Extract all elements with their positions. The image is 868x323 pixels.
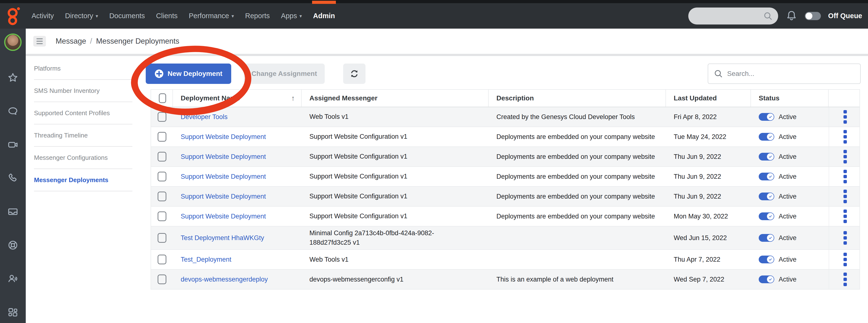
row-checkbox[interactable] xyxy=(158,255,166,264)
user-avatar[interactable] xyxy=(4,33,22,51)
sidebar-item-messenger-configurations[interactable]: Messenger Configurations xyxy=(34,147,132,169)
row-menu-kebab-icon[interactable] xyxy=(843,210,847,223)
status-toggle[interactable] xyxy=(759,192,774,200)
deployment-name-link[interactable]: Support Website Deployment xyxy=(181,193,266,200)
row-checkbox[interactable] xyxy=(158,191,166,201)
row-menu-kebab-icon[interactable] xyxy=(843,130,847,144)
status-toggle[interactable] xyxy=(759,234,774,242)
deployment-name-link[interactable]: Test Deployment HhaWKGty xyxy=(181,234,264,242)
top-navigation-bar: Activity Directory▾ Documents Clients Pe… xyxy=(0,0,868,29)
table-row: Support Website Deployment Support Websi… xyxy=(151,147,860,167)
toggle-knob-check-icon xyxy=(767,133,774,140)
row-menu-kebab-icon[interactable] xyxy=(843,110,847,124)
row-checkbox[interactable] xyxy=(158,233,166,243)
table-row: Test Deployment HhaWKGty Minimal Config … xyxy=(151,226,860,250)
video-camera-icon[interactable] xyxy=(7,139,19,150)
notifications-bell-icon[interactable] xyxy=(785,9,798,23)
description-value: Deployments are embedded on your company… xyxy=(489,187,666,206)
row-checkbox[interactable] xyxy=(158,132,166,142)
deployment-name-link[interactable]: Test_Deployment xyxy=(181,256,231,263)
column-header-last-updated[interactable]: Last Updated xyxy=(666,90,751,107)
row-checkbox[interactable] xyxy=(158,211,166,221)
last-updated-value: Thu Jun 9, 2022 xyxy=(666,147,751,166)
description-value: Created by the Genesys Cloud Developer T… xyxy=(489,107,666,127)
deployments-search-input[interactable] xyxy=(708,64,861,84)
last-updated-value: Fri Apr 8, 2022 xyxy=(666,107,751,127)
status-badge: Active xyxy=(779,173,797,180)
left-icon-rail xyxy=(0,29,26,323)
assigned-messenger-value: Support Website Configuration v1 xyxy=(302,127,489,146)
genesys-logo-icon[interactable] xyxy=(7,7,21,25)
deployment-name-link[interactable]: Support Website Deployment xyxy=(181,213,266,220)
status-badge: Active xyxy=(779,153,797,160)
toggle-knob-check-icon xyxy=(767,256,774,263)
toggle-knob-check-icon xyxy=(767,153,774,160)
status-toggle[interactable] xyxy=(759,113,774,121)
status-toggle[interactable] xyxy=(759,256,774,263)
assigned-messenger-value: devops-webmessengerconfig v1 xyxy=(302,270,489,289)
column-header-assigned-messenger[interactable]: Assigned Messenger xyxy=(302,90,489,107)
sidebar-item-supported-content-profiles[interactable]: Supported Content Profiles xyxy=(34,102,132,124)
nav-item-apps[interactable]: Apps▾ xyxy=(281,12,302,20)
sidebar-item-threading-timeline[interactable]: Threading Timeline xyxy=(34,124,132,147)
toggle-knob-check-icon xyxy=(767,173,774,180)
nav-item-activity[interactable]: Activity xyxy=(32,12,54,20)
queue-status-toggle[interactable] xyxy=(805,12,821,20)
deployment-name-link[interactable]: Support Website Deployment xyxy=(181,173,266,180)
row-menu-kebab-icon[interactable] xyxy=(843,253,847,266)
chat-bubble-icon[interactable] xyxy=(7,106,19,117)
status-toggle[interactable] xyxy=(759,276,774,283)
row-menu-kebab-icon[interactable] xyxy=(843,231,847,245)
status-badge: Active xyxy=(779,193,797,200)
phone-icon[interactable] xyxy=(7,173,19,184)
refresh-button[interactable] xyxy=(343,64,366,84)
sidebar-item-platforms[interactable]: Platforms xyxy=(34,58,132,80)
status-toggle[interactable] xyxy=(759,133,774,141)
column-header-deployment-name[interactable]: Deployment Name ↑ xyxy=(173,90,302,107)
status-badge: Active xyxy=(779,133,797,141)
row-menu-kebab-icon[interactable] xyxy=(843,170,847,183)
favorites-star-icon[interactable] xyxy=(7,72,19,83)
new-deployment-button[interactable]: New Deployment xyxy=(146,64,231,84)
row-checkbox[interactable] xyxy=(158,172,166,181)
column-header-actions xyxy=(829,90,860,107)
status-toggle[interactable] xyxy=(759,153,774,160)
status-toggle[interactable] xyxy=(759,212,774,220)
nav-item-performance[interactable]: Performance▾ xyxy=(189,12,234,20)
inbox-tray-icon[interactable] xyxy=(7,206,19,217)
row-checkbox[interactable] xyxy=(158,275,166,284)
sidebar-item-sms-number-inventory[interactable]: SMS Number Inventory xyxy=(34,80,132,102)
nav-item-reports[interactable]: Reports xyxy=(245,12,270,20)
nav-item-documents[interactable]: Documents xyxy=(109,12,145,20)
agent-speaking-icon[interactable] xyxy=(7,273,19,284)
genesys-cloud-admin-window: Activity Directory▾ Documents Clients Pe… xyxy=(0,0,868,323)
status-toggle[interactable] xyxy=(759,173,774,180)
sidebar-item-messenger-deployments[interactable]: Messenger Deployments xyxy=(34,169,132,191)
column-header-description[interactable]: Description xyxy=(489,90,666,107)
apps-grid-icon[interactable] xyxy=(7,307,19,318)
toggle-knob-check-icon xyxy=(767,193,774,200)
row-menu-kebab-icon[interactable] xyxy=(843,150,847,164)
select-all-checkbox[interactable] xyxy=(159,93,166,103)
nav-item-clients[interactable]: Clients xyxy=(156,12,178,20)
plus-circle-icon xyxy=(154,69,164,78)
row-checkbox[interactable] xyxy=(158,112,166,122)
row-menu-kebab-icon[interactable] xyxy=(843,273,847,286)
nav-item-admin[interactable]: Admin xyxy=(313,12,335,20)
deployment-name-link[interactable]: Developer Tools xyxy=(181,113,227,121)
primary-nav-menu: Activity Directory▾ Documents Clients Pe… xyxy=(32,12,335,20)
change-assignment-button[interactable]: Change Assignment xyxy=(244,64,325,84)
nav-item-directory[interactable]: Directory▾ xyxy=(65,12,98,20)
assigned-messenger-value: Web Tools v1 xyxy=(302,250,489,269)
menu-hamburger-button[interactable] xyxy=(33,36,46,46)
row-menu-kebab-icon[interactable] xyxy=(843,190,847,203)
breadcrumb-section[interactable]: Message xyxy=(56,37,86,45)
sort-ascending-icon[interactable]: ↑ xyxy=(291,94,295,102)
description-value: Deployments are embedded on your company… xyxy=(489,127,666,146)
row-checkbox[interactable] xyxy=(158,152,166,162)
column-header-status[interactable]: Status xyxy=(751,90,829,107)
deployment-name-link[interactable]: Support Website Deployment xyxy=(181,153,266,160)
deployment-name-link[interactable]: devops-webmessengerdeploy xyxy=(181,276,268,283)
help-life-ring-icon[interactable] xyxy=(7,240,19,251)
deployment-name-link[interactable]: Support Website Deployment xyxy=(181,133,266,141)
